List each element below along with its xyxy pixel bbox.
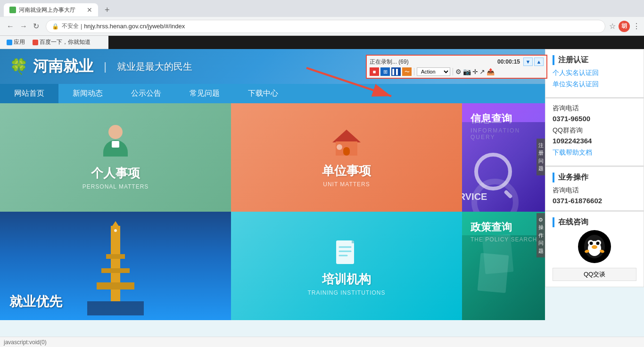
site-logo: 🍀 河南就业 | 就业是最大的民生 bbox=[9, 56, 192, 77]
gear-icon: ⚙ bbox=[538, 217, 543, 223]
security-icon: 🔒 bbox=[52, 23, 59, 30]
logo-leaf-icon: 🍀 bbox=[9, 58, 28, 75]
nav-item-home[interactable]: 网站首页 bbox=[0, 84, 58, 103]
nav-bar: ← → ↻ 🔒 不安全 | hnjy.hrss.henan.gov.cn/jyw… bbox=[0, 17, 644, 36]
download-help-link[interactable]: 下载帮助文档 bbox=[553, 149, 636, 157]
toolbar-separator bbox=[414, 68, 414, 75]
tab-title: 河南就业网上办事大厅 bbox=[19, 6, 83, 14]
svg-marker-10 bbox=[111, 221, 120, 228]
menu-button[interactable]: ⋮ bbox=[633, 22, 640, 31]
browser-chrome: 河南就业网上办事大厅 ✕ + ← → ↻ 🔒 不安全 | hnjy.hrss.h… bbox=[0, 0, 644, 49]
logo-divider: | bbox=[104, 60, 107, 73]
svg-point-22 bbox=[590, 241, 593, 245]
export-icon[interactable]: 📤 bbox=[487, 68, 495, 75]
bookmark-baidu[interactable]: 百度一下，你就知道 bbox=[30, 37, 93, 47]
personal-auth-link[interactable]: 个人实名认证回 bbox=[553, 69, 636, 77]
bookmark-apps-label: 应用 bbox=[14, 38, 25, 46]
record-chart-button[interactable]: ▌▌ bbox=[391, 67, 401, 76]
url-display: hnjy.hrss.henan.gov.cn/jyweb/#/index bbox=[84, 23, 185, 30]
priority-title: 就业优先 bbox=[9, 294, 62, 309]
baidu-favicon bbox=[33, 40, 38, 45]
tile-priority[interactable]: 就业优先 bbox=[0, 212, 231, 320]
bookmark-overlay bbox=[108, 36, 644, 49]
svg-rect-9 bbox=[97, 282, 134, 289]
nav-item-download[interactable]: 下载中心 bbox=[234, 84, 292, 103]
back-button[interactable]: ← bbox=[4, 20, 17, 33]
qq-number: 1092242364 bbox=[553, 137, 636, 145]
svg-rect-6 bbox=[111, 226, 120, 301]
tile-policy-query[interactable]: 政策查询 THE POLICY SEARCH bbox=[462, 212, 545, 320]
svg-rect-11 bbox=[87, 301, 144, 315]
svg-point-5 bbox=[337, 144, 342, 150]
record-wave-button[interactable]: 〜 bbox=[402, 67, 412, 76]
training-title: 培训机构 bbox=[322, 271, 371, 288]
svg-rect-13 bbox=[336, 240, 354, 264]
main-content-grid: 个人事项 PERSONAL MATTERS 单位事项 UNIT MATTE bbox=[0, 103, 545, 320]
nav-item-faq[interactable]: 常见问题 bbox=[175, 84, 234, 103]
svg-rect-8 bbox=[101, 268, 130, 273]
sidebar-business-panel: 业务操作 咨询电话 0371-61876602 bbox=[545, 166, 644, 211]
address-bar[interactable]: 🔒 不安全 | hnjy.hrss.henan.gov.cn/jyweb/#/i… bbox=[46, 20, 605, 33]
apps-favicon bbox=[7, 40, 12, 45]
settings-icon[interactable]: ⚙ bbox=[455, 68, 462, 75]
expand-button[interactable]: ▲ bbox=[534, 58, 544, 66]
tab-close-button[interactable]: ✕ bbox=[87, 6, 92, 14]
qq-chat-button[interactable]: QQ交谈 bbox=[553, 268, 636, 281]
toolbar-row-2: ■ ⊞ ▌▌ 〜 Action Click Type Scroll ⚙ 📷 ✛ … bbox=[370, 67, 544, 76]
right-sidebar: 注册认证 个人实名认证回 单位实名认证回 咨询电话 0371-96500 QQ群… bbox=[545, 49, 644, 347]
svg-point-24 bbox=[592, 245, 597, 249]
nav-actions: ☆ 胡 ⋮ bbox=[609, 21, 640, 32]
status-text: javascript:void(0) bbox=[4, 339, 47, 346]
svg-point-23 bbox=[596, 241, 600, 245]
active-tab[interactable]: 河南就业网上办事大厅 ✕ bbox=[4, 3, 98, 17]
vertical-tab-operations[interactable]: ⚙ 操 作 问 题 bbox=[537, 213, 545, 258]
unit-title: 单位事项 bbox=[322, 163, 371, 179]
sidebar-registration-panel: 注册认证 个人实名认证回 单位实名认证回 bbox=[545, 49, 644, 98]
tower-illustration bbox=[68, 216, 163, 320]
record-stop-button[interactable]: ■ bbox=[370, 67, 379, 76]
svg-rect-7 bbox=[106, 254, 125, 259]
reload-button[interactable]: ↻ bbox=[30, 20, 42, 33]
forward-button[interactable]: → bbox=[17, 20, 30, 33]
house-icon bbox=[330, 127, 363, 158]
website-content: 🍀 河南就业 | 就业是最大的民生 正在录制... (69) 00:00:15 … bbox=[0, 49, 644, 347]
bookmark-baidu-label: 百度一下，你就知道 bbox=[40, 38, 91, 46]
toolbar-row-1: 正在录制... (69) 00:00:15 ▼ ▲ bbox=[370, 58, 544, 67]
record-table-button[interactable]: ⊞ bbox=[380, 67, 390, 76]
tile-personal-matters[interactable]: 个人事项 PERSONAL MATTERS bbox=[0, 103, 231, 212]
tile-info-query[interactable]: 信息查询 INFORMATION QUERY SERVICE bbox=[462, 103, 545, 212]
action-dropdown[interactable]: Action Click Type Scroll bbox=[417, 67, 450, 76]
nav-item-news[interactable]: 新闻动态 bbox=[58, 84, 117, 103]
business-title: 业务操作 bbox=[553, 173, 636, 182]
bookmarks-bar-container: 应用 百度一下，你就知道 bbox=[0, 36, 644, 49]
vertical-tab-register[interactable]: 注 册 问 题 bbox=[537, 139, 545, 175]
minimize-button[interactable]: ▼ bbox=[523, 58, 533, 66]
tile-unit-matters[interactable]: 单位事项 UNIT MATTERS bbox=[231, 103, 462, 212]
camera-icon[interactable]: 📷 bbox=[463, 68, 471, 75]
svg-point-12 bbox=[114, 229, 117, 232]
svg-rect-4 bbox=[343, 147, 350, 156]
online-title: 在线咨询 bbox=[553, 217, 636, 227]
cursor-icon[interactable]: ✛ bbox=[472, 68, 478, 75]
pointer-icon[interactable]: ↗ bbox=[479, 68, 485, 75]
logo-subtitle: 就业是最大的民生 bbox=[117, 60, 192, 73]
personal-title: 个人事项 bbox=[91, 165, 140, 182]
registration-title: 注册认证 bbox=[553, 55, 636, 65]
new-tab-button[interactable]: + bbox=[102, 5, 113, 15]
bookmark-star-button[interactable]: ☆ bbox=[609, 22, 616, 31]
url-separator: | bbox=[81, 23, 82, 30]
document-icon bbox=[334, 236, 360, 266]
profile-button[interactable]: 胡 bbox=[619, 21, 630, 32]
security-label: 不安全 bbox=[62, 22, 79, 30]
tab-favicon bbox=[9, 7, 16, 13]
recording-toolbar: 正在录制... (69) 00:00:15 ▼ ▲ ■ ⊞ ▌▌ 〜 Actio… bbox=[366, 55, 547, 79]
unit-auth-link[interactable]: 单位实名认证回 bbox=[553, 80, 636, 89]
svg-marker-2 bbox=[332, 130, 361, 142]
bookmark-apps[interactable]: 应用 bbox=[4, 37, 28, 47]
tile-training[interactable]: 培训机构 TRAINING INSTITUTIONS bbox=[231, 212, 462, 320]
unit-subtitle: UNIT MATTERS bbox=[323, 181, 370, 188]
qq-group-label: QQ群咨询 bbox=[553, 126, 636, 135]
personal-avatar bbox=[100, 125, 131, 160]
toolbar-separator-2 bbox=[453, 68, 453, 75]
nav-item-announcements[interactable]: 公示公告 bbox=[117, 84, 175, 103]
